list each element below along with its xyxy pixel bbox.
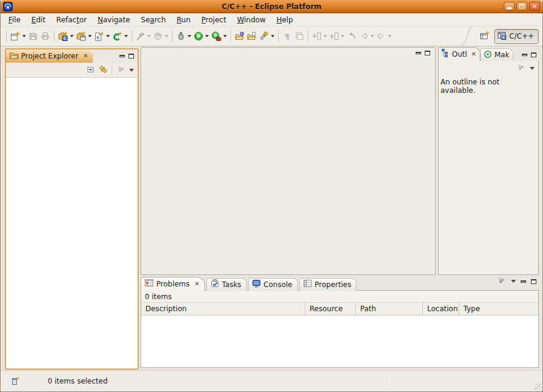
- view-menu-icon[interactable]: [129, 69, 134, 72]
- menu-project[interactable]: Project: [196, 14, 232, 25]
- outline-view: Outl ✕ Mak An outline is not available.: [438, 47, 539, 275]
- menu-navigate[interactable]: Navigate: [92, 14, 136, 25]
- collapse-all-icon[interactable]: [85, 65, 95, 76]
- menu-refactor[interactable]: Refactor: [51, 14, 92, 25]
- problems-view: Problems ✕ Tasks Console Properties: [141, 277, 539, 368]
- selection-status: 0 items selected: [48, 377, 107, 385]
- back-button: [358, 30, 375, 43]
- workbench: Project Explorer ✕: [1, 46, 542, 370]
- show-whitespace-button: ¶: [281, 30, 293, 43]
- tab-console[interactable]: Console: [248, 278, 298, 291]
- column-description[interactable]: Description: [141, 303, 305, 315]
- maximize-view-icon[interactable]: [531, 52, 536, 57]
- menu-file[interactable]: File: [3, 14, 26, 25]
- previous-annotation-button: [328, 30, 346, 43]
- tab-outline[interactable]: Outl ✕: [438, 47, 480, 61]
- forward-arrow-icon: [376, 31, 386, 41]
- outline-tab-label: Outl: [452, 50, 467, 58]
- run-button[interactable]: [192, 30, 210, 43]
- close-icon[interactable]: ✕: [83, 53, 88, 59]
- tab-project-explorer[interactable]: Project Explorer ✕: [6, 49, 93, 63]
- close-window-icon[interactable]: ✕: [529, 2, 540, 11]
- pilcrow-icon: ¶: [282, 31, 292, 41]
- tasks-tab-label: Tasks: [222, 280, 241, 289]
- menu-help[interactable]: Help: [271, 14, 298, 25]
- tab-problems[interactable]: Problems ✕: [141, 277, 205, 291]
- minimize-view-icon[interactable]: [119, 55, 125, 57]
- menu-search[interactable]: Search: [136, 14, 171, 25]
- statusbar-separator: [389, 375, 389, 388]
- menu-run[interactable]: Run: [171, 14, 196, 25]
- new-class-button[interactable]: [111, 30, 129, 43]
- open-resource-button[interactable]: [246, 30, 258, 43]
- title-bar[interactable]: C/C++ - Eclipse Platform ✕: [1, 0, 542, 13]
- view-menu-icon[interactable]: [530, 67, 535, 70]
- problems-table-body[interactable]: [141, 315, 538, 367]
- toolbar-separator: [278, 30, 279, 42]
- maximize-window-icon[interactable]: [516, 2, 527, 11]
- chevron-down-icon[interactable]: [223, 35, 227, 37]
- tab-tasks[interactable]: Tasks: [206, 278, 247, 291]
- minimize-view-icon[interactable]: [521, 280, 526, 283]
- chevron-down-icon[interactable]: [205, 35, 209, 37]
- maximize-view-icon[interactable]: [531, 279, 536, 284]
- view-menu-icon[interactable]: [511, 280, 516, 283]
- new-source-file-button[interactable]: c: [93, 30, 111, 43]
- new-wizard-button[interactable]: [9, 30, 27, 43]
- chevron-down-icon[interactable]: [271, 35, 275, 37]
- problems-body: 0 items Description Resource Path Locati…: [141, 290, 539, 368]
- link-with-editor-icon[interactable]: [98, 65, 108, 76]
- minimize-view-icon[interactable]: [416, 52, 421, 54]
- project-explorer-content[interactable]: [6, 78, 138, 368]
- tab-make-targets[interactable]: Mak: [480, 48, 513, 61]
- chevron-down-icon[interactable]: [88, 35, 92, 37]
- build-all-icon: [153, 31, 163, 41]
- new-class-icon: [112, 31, 122, 41]
- open-perspective-button[interactable]: [478, 30, 491, 43]
- minimize-view-icon[interactable]: [522, 54, 527, 56]
- open-element-button[interactable]: [233, 30, 246, 43]
- close-icon[interactable]: ✕: [194, 281, 199, 287]
- column-resource[interactable]: Resource: [305, 303, 356, 315]
- chevron-down-icon[interactable]: [124, 35, 128, 37]
- column-type[interactable]: Type: [459, 303, 538, 315]
- maximize-view-icon[interactable]: [425, 51, 430, 55]
- clone-editor-button: [293, 30, 305, 43]
- run-icon: [194, 31, 203, 41]
- tab-properties[interactable]: Properties: [299, 278, 357, 291]
- print-icon: [40, 31, 50, 41]
- chevron-down-icon[interactable]: [106, 35, 110, 37]
- open-resource-icon: [247, 31, 256, 41]
- external-tools-button[interactable]: [210, 30, 228, 43]
- next-annotation-button: [311, 30, 328, 43]
- last-edit-location-button: [346, 30, 358, 43]
- filters-icon[interactable]: [497, 276, 506, 287]
- chevron-down-icon[interactable]: [188, 35, 191, 37]
- column-location[interactable]: Location: [423, 303, 459, 315]
- search-button[interactable]: [258, 30, 276, 43]
- menu-edit[interactable]: Edit: [26, 14, 51, 25]
- toolbar-separator: [230, 30, 231, 42]
- chevron-down-icon[interactable]: [70, 35, 74, 37]
- new-c-project-button[interactable]: C: [57, 30, 75, 43]
- fast-view-icon[interactable]: [11, 376, 21, 387]
- new-source-folder-button[interactable]: [75, 30, 93, 43]
- cpp-perspective-icon: C: [497, 31, 507, 42]
- menu-window[interactable]: Window: [232, 14, 271, 25]
- editor-area[interactable]: [141, 47, 436, 275]
- new-wizard-icon: [10, 31, 21, 41]
- maximize-view-icon[interactable]: [129, 54, 134, 58]
- resize-grip[interactable]: [535, 384, 542, 391]
- outline-tabs: Outl ✕ Mak: [438, 47, 539, 61]
- make-targets-icon: [483, 49, 492, 60]
- chevron-down-icon[interactable]: [22, 35, 26, 37]
- statusbar-separator: [5, 375, 6, 387]
- minimize-window-icon[interactable]: [504, 2, 515, 11]
- outline-icon: [441, 48, 450, 60]
- perspective-cpp-button[interactable]: C C/C++: [494, 29, 539, 44]
- close-icon[interactable]: ✕: [471, 51, 476, 57]
- column-path[interactable]: Path: [356, 303, 423, 315]
- problems-tab-label: Problems: [156, 280, 189, 288]
- debug-button[interactable]: [175, 30, 192, 43]
- new-source-folder-icon: [76, 31, 86, 41]
